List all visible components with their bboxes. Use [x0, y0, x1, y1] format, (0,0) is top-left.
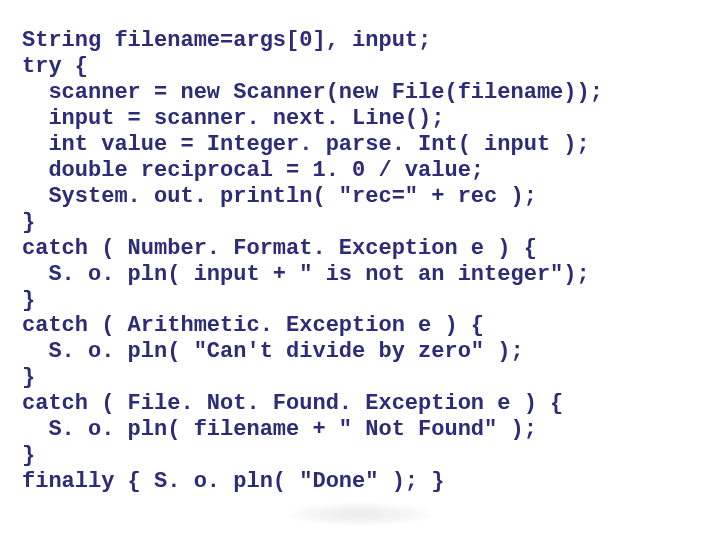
code-line: S. o. pln( input + " is not an integer")…: [22, 262, 590, 287]
code-line: System. out. println( "rec=" + rec );: [22, 184, 537, 209]
code-line: catch ( File. Not. Found. Exception e ) …: [22, 391, 563, 416]
code-line: }: [22, 365, 35, 390]
code-line: catch ( Arithmetic. Exception e ) {: [22, 313, 484, 338]
code-line: }: [22, 443, 35, 468]
code-line: catch ( Number. Format. Exception e ) {: [22, 236, 537, 261]
code-line: int value = Integer. parse. Int( input )…: [22, 132, 590, 157]
decorative-shadow: [250, 494, 470, 534]
code-line: }: [22, 210, 35, 235]
code-line: }: [22, 288, 35, 313]
code-line: try {: [22, 54, 88, 79]
code-line: S. o. pln( "Can't divide by zero" );: [22, 339, 524, 364]
code-snippet: String filename=args[0], input; try { sc…: [0, 22, 720, 495]
code-line: String filename=args[0], input;: [22, 28, 431, 53]
code-line: double reciprocal = 1. 0 / value;: [22, 158, 484, 183]
code-line: finally { S. o. pln( "Done" ); }: [22, 469, 444, 494]
code-line: input = scanner. next. Line();: [22, 106, 444, 131]
code-line: scanner = new Scanner(new File(filename)…: [22, 80, 603, 105]
code-line: S. o. pln( filename + " Not Found" );: [22, 417, 537, 442]
